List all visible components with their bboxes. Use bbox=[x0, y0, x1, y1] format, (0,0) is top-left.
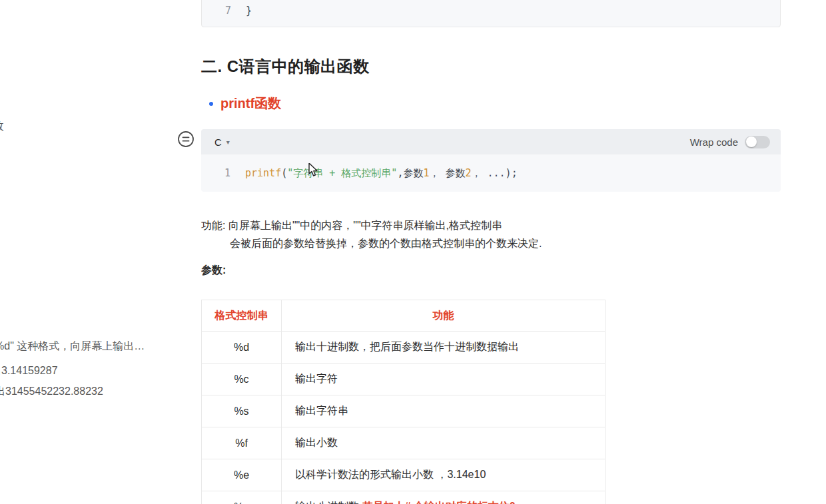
toggle-knob bbox=[746, 136, 757, 147]
left-clipped-text: %d" 这种格式，向屏幕上输出… bbox=[0, 340, 145, 354]
table-row: %d 输出十进制数，把后面参数当作十进制数据输出 bbox=[202, 332, 606, 364]
format-cell: %d bbox=[202, 332, 282, 364]
table-row: %o 输出八进制数 若是加上# 会输出对应的标志位0 bbox=[202, 491, 606, 504]
table-row: %s 输出字符串 bbox=[202, 395, 606, 427]
desc-cell: 输出字符串 bbox=[282, 395, 606, 427]
code-block-toolbar: C ▾ Wrap code bbox=[201, 129, 781, 154]
code-token-function: printf bbox=[245, 167, 281, 179]
code-block-printf: C ▾ Wrap code 1 printf("字符串 + 格式控制串",参数1… bbox=[201, 129, 781, 192]
language-select[interactable]: C ▾ bbox=[214, 136, 230, 148]
format-cell: %s bbox=[202, 395, 282, 427]
desc-text: 输出字符串 bbox=[295, 405, 348, 416]
column-header: 格式控制串 bbox=[202, 300, 282, 332]
line-number: 1 bbox=[201, 167, 230, 179]
code-token: ( bbox=[281, 167, 287, 179]
desc-cell: 输出八进制数 若是加上# 会输出对应的标志位0 bbox=[282, 491, 606, 504]
table-row: %f 输出小数 bbox=[202, 427, 606, 459]
list-item-printf: printf函数 bbox=[209, 95, 281, 113]
wrap-code-toggle[interactable] bbox=[745, 136, 770, 148]
wrap-code-label: Wrap code bbox=[690, 136, 738, 148]
format-specifier-table: 格式控制串 功能 %d 输出十进制数，把后面参数当作十进制数据输出 %c 输出字… bbox=[201, 300, 606, 504]
left-clipped-text: 出3.14159287 bbox=[0, 364, 58, 378]
desc-cell: 输出字符 bbox=[282, 364, 606, 395]
left-clipped-text: ： bbox=[0, 70, 4, 84]
left-clipped-text: 数 bbox=[0, 119, 4, 134]
mouse-cursor bbox=[308, 163, 322, 180]
desc-cell: 以科学计数法的形式输出小数 ，3.14e10 bbox=[282, 459, 606, 491]
column-header: 功能 bbox=[282, 300, 606, 332]
desc-cell: 输出小数 bbox=[282, 427, 606, 459]
format-cell: %c bbox=[202, 364, 282, 395]
code-token-string: "字符串 + 格式控制串" bbox=[287, 167, 397, 179]
format-cell: %o bbox=[202, 491, 282, 504]
code-text: } bbox=[246, 5, 252, 17]
params-label: 参数: bbox=[201, 264, 226, 278]
list-item-label: printf函数 bbox=[220, 95, 281, 113]
desc-text: 以科学计数法的形式输出小数 ，3.14e10 bbox=[295, 469, 486, 480]
table-row: %c 输出字符 bbox=[202, 364, 606, 395]
description-line: 功能: 向屏幕上输出""中的内容，""中字符串原样输出,格式控制串 bbox=[201, 219, 502, 233]
chevron-down-icon: ▾ bbox=[226, 138, 230, 146]
code-text: printf("字符串 + 格式控制串",参数1， 参数2， ...); bbox=[245, 167, 518, 180]
line-number: 7 bbox=[202, 5, 231, 17]
format-cell: %f bbox=[202, 427, 282, 459]
code-token: ， 参数 bbox=[429, 167, 465, 179]
desc-text: 输出八进制数 bbox=[295, 501, 362, 504]
table-header-row: 格式控制串 功能 bbox=[202, 300, 606, 332]
format-cell: %e bbox=[202, 459, 282, 491]
code-token: ,参数 bbox=[397, 167, 423, 179]
desc-text: 输出字符 bbox=[295, 373, 338, 384]
language-label: C bbox=[214, 136, 222, 148]
code-token: ， ...); bbox=[472, 167, 518, 179]
description-line: 会被后面的参数给替换掉，参数的个数由格式控制串的个数来决定. bbox=[230, 237, 542, 251]
table-row: %e 以科学计数法的形式输出小数 ，3.14e10 bbox=[202, 459, 606, 491]
code-block-previous: 7 } bbox=[201, 0, 781, 27]
desc-cell: 输出十进制数，把后面参数当作十进制数据输出 bbox=[282, 332, 606, 364]
desc-text: 输出小数 bbox=[295, 437, 338, 448]
section-heading: 二. C语言中的输出函数 bbox=[201, 56, 370, 77]
desc-text: 输出十进制数，把后面参数当作十进制数据输出 bbox=[295, 341, 519, 352]
left-clipped-text: 出31455452232.88232 bbox=[0, 385, 103, 399]
code-token-number: 2 bbox=[465, 167, 471, 179]
bullet-icon bbox=[209, 102, 213, 106]
circled-menu-icon[interactable] bbox=[177, 130, 195, 148]
desc-highlight: 若是加上# 会输出对应的标志位0 bbox=[362, 501, 515, 504]
